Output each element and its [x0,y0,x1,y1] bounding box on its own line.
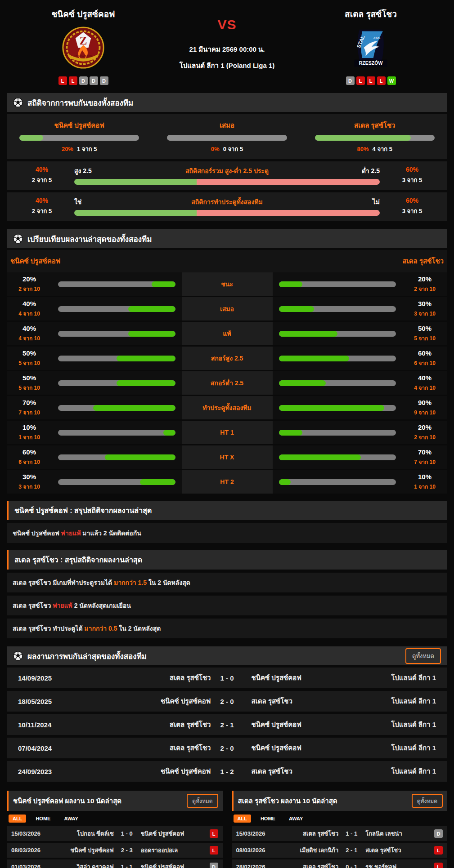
split-left-label: สูง 2.5 [74,166,185,176]
match-header: ชนิคซ์ ปรูสซ์คอฟ Z PRUSZKÓW LLDDD VS 21 … [0,0,454,85]
h2h-stats-header: สถิติจากการพบกันของทั้งสองทีม [7,93,447,112]
comparison-row-label: สกอร์ต่ำ 2.5 [182,371,273,395]
home-recent-view-all-button[interactable]: ดูทั้งหมด [187,794,218,808]
match-league: โปแลนด์ ลีกา 1 [369,743,436,753]
match-stats-page: ชนิคซ์ ปรูสซ์คอฟ Z PRUSZKÓW LLDDD VS 21 … [0,0,454,868]
comparison-left-bar [58,306,175,312]
home-recent-header: ชนิคซ์ ปรูสซ์คอฟ ผลงาน 10 นัดล่าสุด ดูทั… [7,791,223,811]
comparison-row-label: HT X [182,445,273,469]
home-recent-title: ชนิคซ์ ปรูสซ์คอฟ ผลงาน 10 นัดล่าสุด [13,796,121,806]
recent-match-row[interactable]: 15/03/2026โปกอน ซีดล์เซ1 - 0ชนิคซ์ ปรูสซ… [7,826,223,841]
comparison-right-stat: 40%4 จาก 10 [402,371,447,395]
summary-text-orange: มากกว่า 0.5 [84,625,117,632]
split-right-percent: 60% [385,197,439,204]
comparison-left-stat: 50%5 จาก 10 [7,371,52,395]
comparison-row-label: ชนะ [182,272,273,296]
match-date: 28/02/2026 [236,864,275,868]
h2h-result-row[interactable]: 10/11/2024สเตล รุสซ์โชว2 - 1ชนิคซ์ ปรูสซ… [7,714,447,735]
tab-home[interactable]: HOME [31,815,54,823]
comparison-right-count: 1 จาก 10 [414,482,436,491]
match-date: 07/04/2024 [18,744,85,752]
comparison-row-label: แพ้ [182,322,273,345]
h2h-result-row[interactable]: 14/09/2025สเตล รุสซ์โชว1 - 0ชนิคซ์ ปรูสซ… [7,668,447,688]
comparison-left-percent: 20% [22,275,36,283]
comparison-left-barwrap [52,371,182,395]
comparison-left-barwrap [52,272,182,296]
comparison-right-stat: 10%1 จาก 10 [402,470,447,494]
recent-match-row[interactable]: 28/02/2026สเตล รุสซ์โชว0 - 1รุช ชอร์ซอฟL [232,859,448,868]
h2h-results-title: ผลงานการพบกันล่าสุดของทั้งสองทีม [27,650,147,662]
comparison-left-fill [163,430,175,436]
match-date: 18/05/2025 [18,698,85,705]
split-left-percent: 40% [15,166,69,173]
result-badge-l: L [210,846,218,855]
away-form-badges: DLLLW [346,76,396,85]
comparison-right-count: 6 จาก 10 [414,359,436,367]
match-league: โปแลนด์ ลีกา 1 [369,672,436,683]
comparison-left-percent: 70% [22,399,36,406]
tab-away[interactable]: AWAY [285,815,307,823]
away-recent-view-all-button[interactable]: ดูทั้งหมด [412,794,443,808]
h2h-result-row[interactable]: 24/09/2023ชนิคซ์ ปรูสซ์คอฟ1 - 2สเตล รุสซ… [7,761,447,782]
comparison-left-count: 6 จาก 10 [18,458,40,466]
recent-match-row[interactable]: 01/03/2026วิสล่า คราคอฟ1 - 1ชนิคซ์ ปรูสซ… [7,859,223,868]
comparison-right-count: 9 จาก 10 [414,408,436,417]
recent-match-row[interactable]: 15/03/2026สเตล รุสซ์โชว1 - 1โกลนิค เลชน่… [232,826,448,841]
comparison-row-label: สกอร์สูง 2.5 [182,347,273,370]
svg-text:ZKS: ZKS [373,36,380,40]
match-score: 2 - 1 [211,721,243,729]
split-right-label: ต่ำ 2.5 [269,166,380,176]
soccer-ball-icon [13,651,23,661]
comparison-right-fill [279,479,291,485]
comparison-right-bar [279,306,396,312]
h2h-stat-count: 1 จาก 5 [77,146,97,152]
tab-all[interactable]: ALL [234,815,251,823]
h2h-result-row[interactable]: 07/04/2024สเตล รุสซ์โชว2 - 0ชนิคซ์ ปรูสซ… [7,738,447,758]
soccer-ball-icon [13,98,23,107]
match-score: 2 - 3 [116,847,138,854]
summary-row: สเตล รุสซ์โชว ทำประตูได้ มากกว่า 0.5 ใน … [7,619,447,638]
comparison-right-fill [279,331,337,337]
comparison-right-fill [279,356,349,361]
match-score: 1 - 1 [340,830,363,837]
comparison-left-count: 2 จาก 10 [18,285,40,293]
form-badge-d: D [90,76,98,85]
match-league: โปแลนด์ ลีกา 1 [369,696,436,707]
tab-away[interactable]: AWAY [60,815,82,823]
comparison-left-barwrap [52,396,182,419]
recent-match-row[interactable]: 08/03/2026ชนิคซ์ ปรูสซ์คอฟ2 - 3ออดราออปอ… [7,843,223,858]
match-date: 15/03/2026 [236,830,275,837]
vs-label: VS [166,17,288,32]
comparison-left-stat: 50%5 จาก 10 [7,347,52,370]
tab-all[interactable]: ALL [9,815,26,823]
comparison-right-percent: 50% [418,325,432,332]
h2h-result-row[interactable]: 18/05/2025ชนิคซ์ ปรูสซ์คอฟ2 - 0สเตล รุสซ… [7,691,447,712]
comparison-left-stat: 20%2 จาก 10 [7,272,52,296]
comparison-left-barwrap [52,347,182,370]
h2h-result-rows: 14/09/2025สเตล รุสซ์โชว1 - 0ชนิคซ์ ปรูสซ… [0,668,454,782]
recent-match-row[interactable]: 08/03/2026เมียดิช เลกนิก้า2 - 1สเตล รุสซ… [232,843,448,858]
home-team-column: ชนิคซ์ ปรูสซ์คอฟ Z PRUSZKÓW LLDDD [0,7,166,85]
comparison-right-stat: 30%3 จาก 10 [402,297,447,320]
comparison-row-label: ทำประตูทั้งสองทีม [182,396,273,419]
summary-text: สเตล รุสซ์โชว มีเกมที่ทำประตูรวมได้ [13,579,114,586]
summary-text: มาแล้ว 2 นัดติดต่อกัน [81,530,141,537]
comparison-right-fill [279,405,384,411]
comparison-right-fill [279,281,302,287]
comparison-rows: 20%2 จาก 10ชนะ20%2 จาก 1040%4 จาก 10เสมอ… [0,272,454,494]
comparison-right-bar [279,380,396,386]
match-info: VS 21 มีนาคม 2569 00:00 น. โปแลนด์ ลีกา … [166,7,288,85]
comparison-row: 70%7 จาก 10ทำประตูทั้งสองทีม90%9 จาก 10 [7,396,447,419]
comparison-header: เปรียบเทียบผลงานล่าสุดของทั้งสองทีม [7,229,447,248]
tab-home[interactable]: HOME [256,815,279,823]
comparison-left-percent: 50% [22,349,36,357]
h2h-stat-label: สเตล รุสซ์โชว [315,120,435,131]
recent-form-tables: ชนิคซ์ ปรูสซ์คอฟ ผลงาน 10 นัดล่าสุด ดูทั… [7,791,447,868]
comparison-left-barwrap [52,445,182,469]
comparison-right-bar [279,479,396,485]
comparison-left-bar [58,356,175,361]
comparison-left-fill [128,306,175,312]
h2h-view-all-button[interactable]: ดูทั้งหมด [405,648,441,664]
match-date: 10/11/2024 [18,721,85,729]
split-bar-pink [197,179,380,185]
